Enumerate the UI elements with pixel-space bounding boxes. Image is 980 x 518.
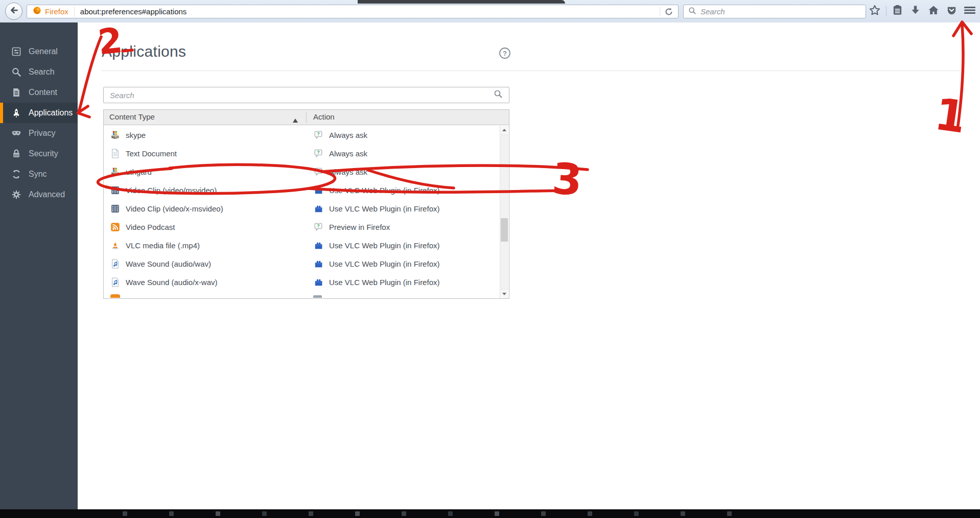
menu-button[interactable] [963, 4, 977, 18]
action-label[interactable]: Use VLC Web Plugin (in Firefox) [329, 186, 439, 195]
general-icon [11, 46, 22, 57]
installer-icon [110, 130, 120, 140]
hamburger-icon [963, 4, 976, 18]
sidebar-item-content[interactable]: Content [0, 82, 78, 103]
action-label[interactable]: Use VLC Web Plugin (in Firefox) [329, 204, 439, 213]
action-label[interactable]: Always ask [329, 149, 367, 158]
sidebar-item-privacy[interactable]: Privacy [0, 123, 78, 144]
sidebar-item-label: Search [29, 67, 55, 77]
video-clip-icon [110, 185, 120, 195]
toolbar-separator [886, 6, 886, 16]
search-placeholder: Search [701, 7, 725, 16]
action-label[interactable]: Use VLC Web Plugin (in Firefox) [329, 278, 439, 287]
handlers-table: Content Type Action skype?Always askText… [103, 109, 509, 299]
sidebar-item-search[interactable]: Search [0, 62, 78, 82]
downloads-button[interactable] [908, 4, 923, 18]
plugin-icon [314, 204, 323, 214]
taskbar-icon[interactable] [634, 511, 639, 516]
audio-icon [110, 277, 120, 287]
sidebar-item-advanced[interactable]: Advanced [0, 184, 78, 205]
taskbar-icon[interactable] [681, 511, 685, 516]
svg-text:?: ? [317, 223, 319, 228]
taskbar-icon[interactable] [402, 511, 406, 516]
column-header-content-type[interactable]: Content Type [109, 112, 155, 121]
url-bar[interactable]: Firefox about:preferences#applications [27, 5, 679, 18]
table-row[interactable]: Wave Sound (audio/wav)Use VLC Web Plugin… [104, 254, 500, 273]
home-button[interactable] [926, 4, 941, 18]
scroll-up-icon[interactable] [500, 126, 508, 135]
toolbar-buttons [868, 3, 977, 19]
action-label[interactable]: Use VLC Web Plugin (in Firefox) [329, 241, 439, 250]
content-type-label: Text Document [126, 149, 177, 158]
taskbar-icon[interactable] [727, 511, 732, 516]
preferences-sidebar: GeneralSearchContentApplicationsPrivacyS… [0, 22, 78, 509]
table-row[interactable]: VLC media file (.mp4)Use VLC Web Plugin … [104, 236, 500, 254]
back-button[interactable] [5, 3, 22, 20]
identity-box[interactable]: Firefox [27, 5, 74, 18]
text-document-icon [110, 149, 120, 158]
sidebar-item-label: Sync [29, 170, 47, 179]
sidebar-item-label: Advanced [29, 190, 65, 199]
action-label[interactable]: Use VLC Web Plugin (in Firefox) [329, 260, 439, 268]
background-tab-strip [358, 0, 565, 4]
vlc-icon [110, 241, 120, 250]
sort-ascending-icon [293, 115, 298, 125]
reload-icon[interactable] [664, 7, 678, 16]
audio-icon [110, 259, 120, 269]
bookmarks-menu-button[interactable] [890, 4, 904, 18]
sidebar-item-label: Applications [29, 108, 73, 117]
applications-icon [11, 107, 22, 119]
sidebar-item-label: Security [29, 149, 58, 158]
taskbar-icon[interactable] [123, 511, 127, 516]
action-label[interactable]: Preview in Firefox [329, 223, 390, 231]
table-row[interactable]: Wave Sound (audio/x-wav)Use VLC Web Plug… [104, 273, 500, 291]
content-type-label: VLC media file (.mp4) [126, 241, 200, 250]
action-label[interactable]: Always ask [329, 168, 367, 176]
taskbar-icon[interactable] [216, 511, 220, 516]
sidebar-item-applications[interactable]: Applications [0, 103, 78, 123]
taskbar-icon[interactable] [309, 511, 313, 516]
privacy-icon [11, 128, 22, 139]
table-row[interactable]: Text Document?Always ask [104, 144, 500, 162]
pocket-button[interactable] [945, 4, 959, 18]
ask-icon: ? [314, 149, 323, 158]
star-icon [869, 4, 881, 18]
column-header-action[interactable]: Action [313, 112, 335, 121]
search-icon [688, 7, 696, 17]
bookmark-star-button[interactable] [868, 4, 882, 18]
table-row[interactable]: Video Clip (video/msvideo)Use VLC Web Pl… [104, 181, 500, 199]
applications-search-input[interactable]: Search [103, 87, 509, 103]
taskbar-icon[interactable] [355, 511, 360, 516]
security-icon [11, 148, 22, 159]
taskbar-icon[interactable] [541, 511, 546, 516]
browser-search-bar[interactable]: Search [683, 5, 866, 18]
table-row[interactable]: uthgard?Always ask [104, 162, 500, 181]
taskbar-icon[interactable] [169, 511, 174, 516]
content-type-label: Wave Sound (audio/wav) [126, 260, 211, 268]
scroll-down-icon[interactable] [500, 289, 508, 298]
content-type-label: skype [126, 131, 146, 139]
windows-taskbar[interactable] [0, 509, 980, 518]
sidebar-item-sync[interactable]: Sync [0, 164, 78, 184]
sidebar-item-security[interactable]: Security [0, 144, 78, 164]
download-icon [909, 4, 921, 18]
table-row[interactable]: skype?Always ask [104, 126, 500, 144]
url-text[interactable]: about:preferences#applications [75, 7, 186, 16]
sync-icon [11, 169, 22, 180]
taskbar-icon[interactable] [448, 511, 453, 516]
taskbar-icon[interactable] [262, 511, 267, 516]
plugin-icon [314, 185, 323, 195]
video-clip-icon [110, 204, 120, 214]
table-row[interactable]: Video Podcast?Preview in Firefox [104, 218, 500, 236]
help-icon[interactable]: ? [499, 47, 511, 59]
taskbar-icon[interactable] [495, 511, 499, 516]
taskbar-icon[interactable] [588, 511, 592, 516]
action-label[interactable]: Always ask [329, 131, 367, 139]
column-divider [306, 112, 307, 123]
scrollbar-thumb[interactable] [501, 218, 508, 242]
table-scrollbar[interactable] [500, 126, 508, 298]
sidebar-item-general[interactable]: General [0, 41, 78, 62]
ask-icon: ? [314, 222, 323, 232]
installer-icon [110, 167, 120, 177]
table-row[interactable]: Video Clip (video/x-msvideo)Use VLC Web … [104, 199, 500, 218]
